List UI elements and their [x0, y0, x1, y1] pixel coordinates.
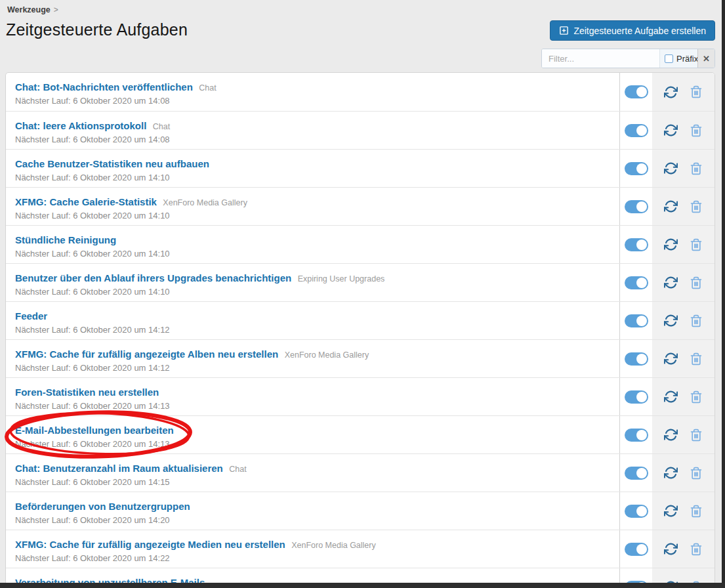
task-title-line: XFMG: Cache für zufällig angezeigte Medi…	[15, 538, 613, 551]
delete-task-button[interactable]	[690, 352, 703, 366]
task-enabled-toggle[interactable]	[625, 467, 648, 480]
task-title-link[interactable]: Beförderungen von Benutzergruppen	[15, 501, 190, 512]
task-actions	[652, 378, 715, 415]
task-title-link[interactable]: E-Mail-Abbestellungen bearbeiten	[15, 425, 174, 436]
trash-icon	[690, 542, 703, 556]
task-toggle-cell	[619, 302, 652, 339]
delete-task-button[interactable]	[690, 390, 703, 404]
task-title-link[interactable]: Chat: Bot-Nachrichten veröffentlichen	[15, 81, 193, 93]
task-title-line: XFMG: Cache Galerie-Statistik XenForo Me…	[15, 196, 613, 208]
delete-task-button[interactable]	[690, 276, 703, 290]
filter-clear-button[interactable]: ✕	[697, 49, 715, 68]
delete-task-button[interactable]	[690, 238, 703, 252]
task-actions	[652, 226, 715, 263]
task-title-link[interactable]: Stündliche Reinigung	[15, 234, 116, 245]
toggle-knob	[636, 392, 647, 402]
task-title-link[interactable]: XFMG: Cache für zufällig angezeigte Medi…	[15, 539, 285, 550]
trash-icon	[690, 466, 703, 480]
task-info: Chat: Benutzeranzahl im Raum aktualisier…	[6, 454, 619, 492]
filter-input[interactable]	[542, 49, 659, 68]
task-enabled-toggle[interactable]	[625, 162, 648, 175]
prefix-checkbox[interactable]	[665, 54, 673, 63]
task-row: Chat: leere Aktionsprotokoll Chat Nächst…	[6, 111, 715, 149]
run-task-button[interactable]	[664, 504, 678, 518]
run-task-button[interactable]	[664, 466, 678, 480]
task-next-run: Nächster Lauf: 6 Oktober 2020 um 14:13	[15, 401, 613, 411]
run-task-button[interactable]	[664, 161, 678, 175]
task-title-link[interactable]: Cache Benutzer-Statistiken neu aufbauen	[15, 158, 209, 169]
create-task-button[interactable]: Zeitgesteuerte Aufgabe erstellen	[550, 20, 715, 41]
task-toggle-cell	[619, 73, 652, 111]
task-addon-label: Chat	[153, 122, 170, 131]
task-title-link[interactable]: Benutzer über den Ablauf ihrers Upgrades…	[15, 272, 291, 284]
task-row: Stündliche Reinigung Nächster Lauf: 6 Ok…	[6, 225, 715, 263]
task-enabled-toggle[interactable]	[625, 314, 648, 327]
delete-task-button[interactable]	[690, 161, 703, 176]
task-enabled-toggle[interactable]	[625, 390, 648, 404]
delete-task-button[interactable]	[690, 85, 703, 99]
task-title-line: Beförderungen von Benutzergruppen	[15, 500, 613, 513]
sync-icon	[664, 390, 678, 404]
sync-icon	[664, 428, 678, 442]
task-enabled-toggle[interactable]	[625, 505, 648, 518]
task-next-run: Nächster Lauf: 6 Oktober 2020 um 14:13	[15, 439, 613, 450]
task-enabled-toggle[interactable]	[625, 85, 648, 98]
task-enabled-toggle[interactable]	[625, 238, 648, 251]
task-next-run: Nächster Lauf: 6 Oktober 2020 um 14:10	[15, 287, 613, 297]
run-task-button[interactable]	[664, 200, 678, 213]
task-title-link[interactable]: XFMG: Cache für zufällig angezeigte Albe…	[15, 348, 278, 360]
delete-task-button[interactable]	[690, 466, 703, 480]
toggle-knob	[636, 163, 647, 174]
x-icon: ✕	[703, 54, 710, 64]
delete-task-button[interactable]	[690, 123, 703, 138]
task-enabled-toggle[interactable]	[625, 124, 648, 137]
run-task-button[interactable]	[664, 123, 678, 137]
task-addon-label: XenForo Media Gallery	[291, 541, 376, 550]
prefix-filter-option[interactable]: Präfix	[659, 49, 697, 68]
run-task-button[interactable]	[664, 352, 678, 366]
delete-task-button[interactable]	[690, 200, 703, 214]
task-next-run: Nächster Lauf: 6 Oktober 2020 um 14:10	[15, 173, 613, 183]
task-title-line: XFMG: Cache für zufällig angezeigte Albe…	[15, 348, 613, 360]
run-task-button[interactable]	[664, 276, 678, 289]
task-addon-label: XenForo Media Gallery	[163, 198, 247, 207]
toggle-knob	[636, 201, 647, 212]
task-actions	[652, 340, 715, 377]
task-title-link[interactable]: Chat: Benutzeranzahl im Raum aktualisier…	[15, 463, 223, 474]
breadcrumb[interactable]: Werkzeuge>	[7, 5, 58, 14]
task-enabled-toggle[interactable]	[625, 276, 648, 289]
toggle-knob	[636, 430, 647, 440]
task-title-link[interactable]: Chat: leere Aktionsprotokoll	[15, 120, 146, 131]
run-task-button[interactable]	[664, 314, 678, 327]
task-title-line: Chat: Benutzeranzahl im Raum aktualisier…	[15, 462, 613, 474]
delete-task-button[interactable]	[690, 542, 703, 556]
delete-task-button[interactable]	[690, 428, 703, 442]
task-row: XFMG: Cache für zufällig angezeigte Medi…	[6, 530, 715, 568]
run-task-button[interactable]	[664, 85, 678, 99]
task-row: XFMG: Cache Galerie-Statistik XenForo Me…	[6, 187, 715, 225]
task-info: Chat: Bot-Nachrichten veröffentlichen Ch…	[6, 73, 619, 111]
task-toggle-cell	[619, 188, 652, 225]
run-task-button[interactable]	[664, 428, 678, 442]
task-next-run: Nächster Lauf: 6 Oktober 2020 um 14:08	[15, 96, 613, 106]
run-task-button[interactable]	[664, 390, 678, 404]
run-task-button[interactable]	[664, 238, 678, 251]
run-task-button[interactable]	[664, 542, 678, 556]
task-title-line: Benutzer über den Ablauf ihrers Upgrades…	[15, 272, 613, 284]
task-next-run: Nächster Lauf: 6 Oktober 2020 um 14:12	[15, 363, 613, 373]
trash-icon	[690, 276, 703, 290]
delete-task-button[interactable]	[690, 314, 703, 328]
task-title-link[interactable]: Feeder	[15, 310, 47, 322]
task-title-link[interactable]: Foren-Statistiken neu erstellen	[15, 387, 159, 398]
task-toggle-cell	[619, 340, 652, 377]
task-enabled-toggle[interactable]	[625, 200, 648, 213]
task-enabled-toggle[interactable]	[625, 352, 648, 366]
task-title-link[interactable]: XFMG: Cache Galerie-Statistik	[15, 196, 157, 207]
task-enabled-toggle[interactable]	[625, 429, 648, 442]
breadcrumb-link[interactable]: Werkzeuge	[7, 5, 51, 14]
task-actions	[652, 264, 715, 301]
task-enabled-toggle[interactable]	[625, 543, 648, 556]
delete-task-button[interactable]	[690, 504, 703, 518]
task-actions	[652, 188, 715, 225]
task-toggle-cell	[619, 378, 652, 415]
